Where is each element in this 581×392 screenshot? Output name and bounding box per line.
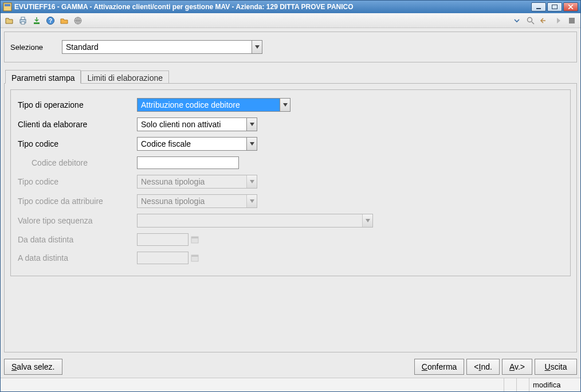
label-tipo-operazione: Tipo di operazione [18, 100, 137, 109]
export-icon[interactable] [32, 15, 42, 26]
label-tipo-codice: Tipo codice [18, 139, 137, 148]
selection-combo[interactable]: Standard [62, 40, 262, 54]
combo-tipo-codice2: Nessuna tipologia [137, 175, 257, 189]
value-tipo-codice: Codice fiscale [138, 138, 246, 150]
selection-value: Standard [62, 41, 252, 53]
svg-point-11 [528, 17, 532, 22]
svg-rect-7 [34, 22, 40, 24]
btn-salva-rest: alva selez. [17, 362, 54, 371]
chevron-down-icon [246, 195, 257, 207]
save-selection-button[interactable]: Salva selez. [4, 359, 62, 375]
svg-rect-3 [552, 5, 558, 9]
parametri-fieldset: Tipo di operazione Attribuzione codice d… [10, 89, 571, 276]
status-mode: modifica [529, 378, 580, 391]
minimize-button[interactable] [531, 2, 546, 11]
help-icon[interactable]: ? [45, 15, 56, 26]
combo-tipo-codice[interactable]: Codice fiscale [137, 137, 257, 151]
label-tipo-codice2: Tipo codice [18, 177, 137, 186]
back-button[interactable]: <Ind. [466, 359, 500, 375]
chevron-down-icon[interactable] [246, 118, 257, 131]
app-window: EVUTIEFF16 - GAMMA - Attivazione clienti… [0, 0, 581, 392]
label-da-data: Da data distinta [18, 235, 137, 244]
input-a-data [137, 252, 189, 264]
label-valore-sequenza: Valore tipo sequenza [18, 216, 137, 225]
forward-icon[interactable] [553, 15, 563, 26]
print-icon[interactable] [18, 15, 28, 26]
confirm-button[interactable]: Conferma [414, 359, 464, 375]
window-buttons [531, 2, 578, 11]
status-empty [1, 378, 504, 391]
btn-av-rest: v.> [515, 362, 525, 371]
chevron-down-icon [362, 214, 372, 227]
status-cell-1 [504, 378, 516, 391]
btn-ind-rest: nd. [481, 362, 492, 371]
exit-button[interactable]: Uscita [535, 359, 577, 375]
combo-tipo-operazione[interactable]: Attribuzione codice debitore [137, 98, 290, 112]
open-icon[interactable] [4, 15, 14, 26]
tab-parametri-stampa[interactable]: Parametri stampa [5, 70, 81, 84]
value-clienti: Solo clienti non attivati [138, 118, 246, 131]
selection-panel: Selezione Standard [4, 32, 577, 62]
svg-rect-6 [21, 22, 25, 24]
value-tipo-codice2: Nessuna tipologia [138, 175, 246, 188]
label-tipo-codice-attr: Tipo codice da attribuire [18, 197, 137, 206]
label-a-data: A data distinta [18, 253, 137, 262]
statusbar: modifica [1, 378, 580, 391]
undo-icon[interactable] [539, 15, 549, 26]
stop-icon[interactable] [567, 15, 577, 26]
tabstrip: Parametri stampa Limiti di elaborazione [4, 69, 577, 83]
content-area: Selezione Standard Parametri stampa Limi… [1, 28, 580, 356]
status-cell-2 [516, 378, 529, 391]
btn-uscita-rest: scita [551, 362, 567, 371]
label-codice-debitore: Codice debitore [18, 158, 137, 167]
chevron-down-icon[interactable] [252, 41, 262, 53]
svg-rect-2 [536, 8, 541, 9]
value-valore-sequenza [138, 214, 362, 227]
toolbar: ? [1, 13, 580, 28]
chevron-down-icon[interactable] [512, 15, 522, 26]
value-tipo-codice-attr: Nessuna tipologia [138, 195, 246, 207]
input-da-data [137, 233, 189, 246]
combo-tipo-codice-attr: Nessuna tipologia [137, 194, 257, 208]
chevron-down-icon [246, 175, 257, 188]
value-tipo-operazione: Attribuzione codice debitore [138, 99, 280, 111]
chevron-down-icon[interactable] [246, 138, 257, 150]
svg-rect-1 [5, 4, 10, 6]
close-button[interactable] [563, 2, 578, 11]
calendar-icon [191, 236, 199, 244]
tabpanel-parametri: Tipo di operazione Attribuzione codice d… [4, 83, 577, 352]
selection-label: Selezione [10, 43, 56, 52]
svg-rect-15 [191, 237, 198, 238]
svg-text:?: ? [49, 18, 52, 24]
titlebar: EVUTIEFF16 - GAMMA - Attivazione clienti… [1, 1, 580, 13]
svg-rect-17 [191, 255, 198, 257]
btn-conferma-rest: onferma [427, 362, 457, 371]
input-codice-debitore[interactable] [137, 156, 239, 169]
search-icon[interactable] [525, 15, 536, 26]
maximize-button[interactable] [547, 2, 562, 11]
label-clienti: Clienti da elaborare [18, 120, 137, 129]
combo-clienti[interactable]: Solo clienti non attivati [137, 117, 257, 131]
calendar-icon [191, 254, 199, 262]
svg-line-12 [532, 22, 534, 24]
forward-button[interactable]: Av.> [502, 359, 532, 375]
button-bar: Salva selez. Conferma <Ind. Av.> Uscita [1, 356, 580, 378]
svg-rect-13 [569, 18, 575, 23]
chevron-down-icon[interactable] [280, 99, 290, 111]
svg-rect-5 [21, 17, 25, 19]
tab-limiti-elaborazione[interactable]: Limiti di elaborazione [81, 70, 169, 83]
globe-icon[interactable] [73, 15, 83, 26]
window-title: EVUTIEFF16 - GAMMA - Attivazione clienti… [14, 3, 531, 11]
app-icon [3, 2, 12, 11]
combo-valore-sequenza [137, 214, 373, 228]
folder-icon[interactable] [59, 15, 69, 26]
